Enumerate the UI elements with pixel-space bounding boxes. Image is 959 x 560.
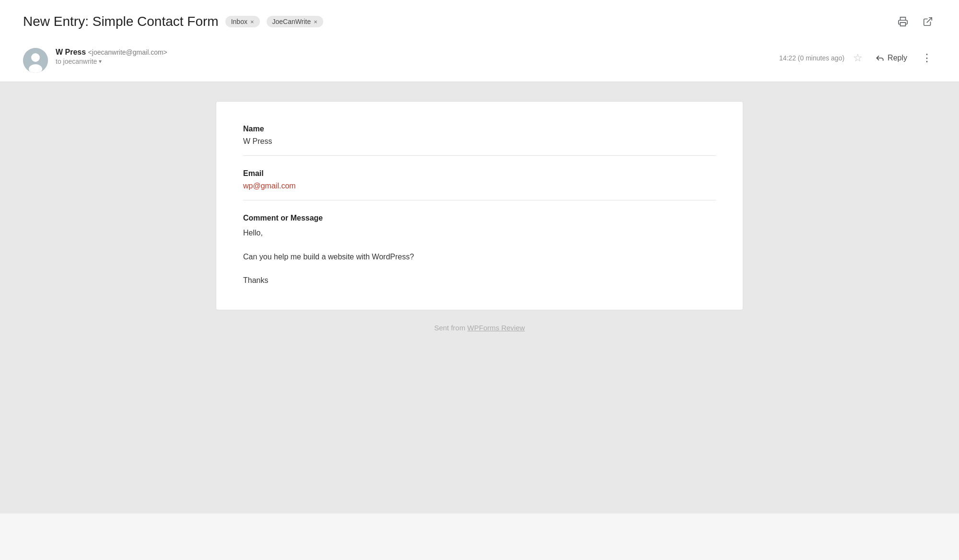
divider-1 — [243, 155, 716, 156]
footer-prefix: Sent from — [434, 324, 467, 332]
svg-line-1 — [927, 18, 932, 23]
star-button[interactable]: ☆ — [851, 50, 865, 66]
form-email-label: Email — [243, 169, 716, 178]
divider-2 — [243, 200, 716, 200]
chevron-down-icon: ▾ — [99, 58, 102, 65]
sender-row-right: 14:22 (0 minutes ago) ☆ Reply ⋮ — [779, 50, 936, 66]
sender-name: W Press — [56, 48, 86, 56]
form-email-field: Email wp@gmail.com — [243, 169, 716, 190]
star-icon: ☆ — [853, 52, 863, 64]
form-email-value[interactable]: wp@gmail.com — [243, 182, 716, 190]
form-name-label: Name — [243, 125, 716, 133]
message-line-3: Can you help me build a website with Wor… — [243, 250, 716, 263]
email-card: Name W Press Email wp@gmail.com Comment … — [216, 101, 743, 310]
email-footer: Sent from WPForms Review — [38, 324, 921, 332]
more-options-button[interactable]: ⋮ — [918, 50, 936, 66]
message-line-5: Thanks — [243, 274, 716, 287]
reply-button[interactable]: Reply — [871, 50, 911, 66]
tag-inbox-close[interactable]: × — [250, 19, 254, 25]
print-button[interactable] — [895, 13, 911, 30]
tag-inbox-label: Inbox — [231, 18, 247, 25]
tag-joecanwrite-label: JoeCanWrite — [272, 18, 311, 25]
svg-rect-0 — [901, 23, 906, 26]
form-message-value: Hello, Can you help me build a website w… — [243, 226, 716, 287]
top-right-actions — [895, 13, 936, 30]
form-message-field: Comment or Message Hello, Can you help m… — [243, 214, 716, 287]
message-line-4 — [243, 263, 716, 274]
external-link-icon — [923, 16, 933, 27]
email-timestamp: 14:22 (0 minutes ago) — [779, 54, 844, 62]
sender-email: <joecanwrite@gmail.com> — [88, 48, 167, 56]
svg-point-3 — [31, 53, 40, 62]
sender-name-row: W Press <joecanwrite@gmail.com> — [56, 48, 772, 57]
message-line-2 — [243, 239, 716, 250]
reply-icon — [875, 53, 885, 63]
to-line[interactable]: to joecanwrite ▾ — [56, 58, 772, 65]
tag-joecanwrite[interactable]: JoeCanWrite × — [267, 16, 323, 27]
reply-label: Reply — [888, 54, 907, 62]
message-line-1: Hello, — [243, 226, 716, 239]
to-label: to joecanwrite — [56, 58, 97, 65]
email-body-background: Name W Press Email wp@gmail.com Comment … — [0, 82, 959, 513]
email-subject: New Entry: Simple Contact Form — [23, 14, 219, 29]
sender-info: W Press <joecanwrite@gmail.com> to joeca… — [56, 48, 772, 65]
open-external-button[interactable] — [920, 13, 936, 30]
subject-row: New Entry: Simple Contact Form Inbox × J… — [23, 13, 936, 39]
form-name-field: Name W Press — [243, 125, 716, 146]
email-header: New Entry: Simple Contact Form Inbox × J… — [0, 0, 959, 82]
tag-joecanwrite-close[interactable]: × — [314, 19, 317, 25]
avatar-image — [23, 48, 48, 73]
form-name-value: W Press — [243, 137, 716, 146]
sender-row: W Press <joecanwrite@gmail.com> to joeca… — [23, 39, 936, 82]
footer-link[interactable]: WPForms Review — [468, 324, 525, 332]
more-icon: ⋮ — [922, 52, 932, 64]
print-icon — [898, 16, 908, 27]
tag-inbox[interactable]: Inbox × — [225, 16, 260, 27]
form-message-label: Comment or Message — [243, 214, 716, 222]
sender-avatar — [23, 48, 48, 73]
